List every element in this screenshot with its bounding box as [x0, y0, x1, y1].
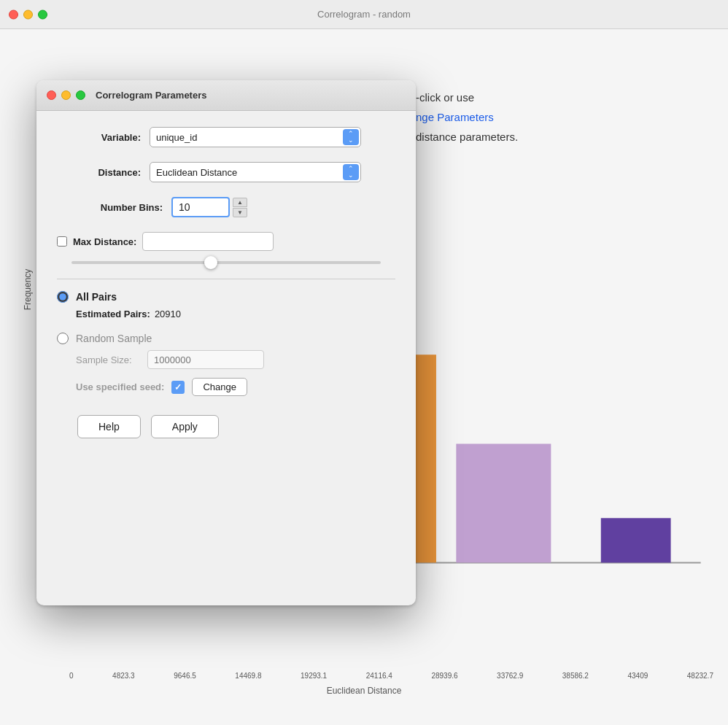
title-bar: Correlogram - random: [0, 0, 728, 29]
random-sample-label: Random Sample: [76, 333, 152, 344]
x-tick-1: 4823.3: [112, 672, 135, 680]
x-tick-2: 9646.5: [174, 672, 196, 680]
number-bins-up[interactable]: ▲: [233, 198, 247, 207]
variable-row: Variable: unique_id: [57, 127, 395, 147]
distance-select[interactable]: Euclidean Distance Manhattan Distance Ma…: [150, 162, 361, 182]
number-bins-stepper: ▲ ▼: [233, 198, 247, 217]
dialog-minimize-button[interactable]: [61, 90, 71, 100]
x-axis-title: Euclidean Distance: [327, 686, 402, 696]
random-sample-section: Random Sample Sample Size: Use specified…: [57, 333, 395, 396]
max-distance-checkbox[interactable]: [57, 236, 67, 247]
estimated-pairs-row: Estimated Pairs: 20910: [57, 309, 395, 319]
slider-row: [57, 261, 395, 264]
distance-select-wrapper: Euclidean Distance Manhattan Distance Ma…: [150, 162, 361, 182]
x-tick-10: 48232.7: [687, 672, 713, 680]
x-tick-5: 24116.4: [366, 672, 392, 680]
x-tick-9: 43409: [627, 672, 648, 680]
window-title: Correlogram - random: [317, 9, 411, 20]
max-distance-input[interactable]: [142, 232, 274, 251]
sample-size-input[interactable]: [147, 350, 264, 369]
separator-1: [57, 279, 395, 279]
x-tick-6: 28939.6: [431, 672, 457, 680]
x-tick-4: 19293.1: [301, 672, 327, 680]
random-sample-row: Random Sample: [57, 333, 395, 344]
variable-label: Variable:: [57, 132, 141, 143]
x-tick-0: 0: [69, 672, 74, 680]
variable-select-wrapper: unique_id: [150, 127, 361, 147]
seed-checkmark: ✓: [174, 382, 182, 392]
dialog-body: Variable: unique_id Distance: Euclidean …: [36, 111, 416, 459]
window-close-button[interactable]: [9, 9, 18, 19]
slider-track: [71, 261, 381, 264]
distance-label: Distance:: [57, 167, 141, 178]
window-maximize-button[interactable]: [38, 9, 47, 19]
dialog-maximize-button[interactable]: [76, 90, 85, 100]
dialog-close-button[interactable]: [47, 90, 56, 100]
bar-4: [456, 443, 551, 562]
action-buttons: Help Apply: [57, 415, 395, 438]
random-sample-radio[interactable]: [57, 333, 69, 344]
max-distance-row: Max Distance:: [57, 232, 395, 251]
help-button[interactable]: Help: [77, 415, 141, 438]
window-traffic-lights: [9, 9, 47, 19]
apply-button[interactable]: Apply: [151, 415, 219, 438]
number-bins-input[interactable]: [171, 197, 230, 217]
number-bins-down[interactable]: ▼: [233, 208, 247, 217]
x-tick-3: 14469.8: [235, 672, 261, 680]
estimated-pairs-value: 20910: [155, 309, 181, 319]
x-tick-7: 33762.9: [497, 672, 523, 680]
slider-thumb[interactable]: [204, 256, 217, 269]
dialog: Correlogram Parameters Variable: unique_…: [36, 80, 416, 605]
all-pairs-radio[interactable]: [57, 291, 69, 303]
window-minimize-button[interactable]: [23, 9, 33, 19]
sample-size-label: Sample Size:: [76, 354, 142, 365]
bar-5: [601, 518, 671, 562]
all-pairs-label: All Pairs: [76, 291, 117, 303]
x-tick-8: 38586.2: [562, 672, 589, 680]
variable-select[interactable]: unique_id: [150, 127, 361, 147]
all-pairs-row: All Pairs: [57, 291, 395, 303]
sample-size-row: Sample Size:: [57, 350, 395, 369]
number-bins-label: Number Bins:: [57, 202, 163, 213]
seed-label: Use specified seed:: [76, 381, 164, 392]
number-bins-row: Number Bins: ▲ ▼: [57, 197, 395, 217]
seed-row: Use specified seed: ✓ Change: [57, 378, 395, 396]
dialog-title: Correlogram Parameters: [96, 90, 206, 101]
dialog-traffic-lights: [47, 90, 85, 100]
number-bins-wrapper: ▲ ▼: [171, 197, 247, 217]
max-distance-label: Max Distance:: [73, 236, 136, 247]
seed-change-button[interactable]: Change: [192, 378, 247, 396]
dialog-titlebar: Correlogram Parameters: [36, 80, 416, 111]
estimated-pairs-label: Estimated Pairs:: [76, 309, 150, 319]
distance-row: Distance: Euclidean Distance Manhattan D…: [57, 162, 395, 182]
all-pairs-section: All Pairs Estimated Pairs: 20910: [57, 291, 395, 319]
seed-checkbox[interactable]: ✓: [171, 381, 185, 394]
x-axis-ticks: 0 4823.3 9646.5 14469.8 19293.1 24116.4 …: [69, 672, 713, 680]
